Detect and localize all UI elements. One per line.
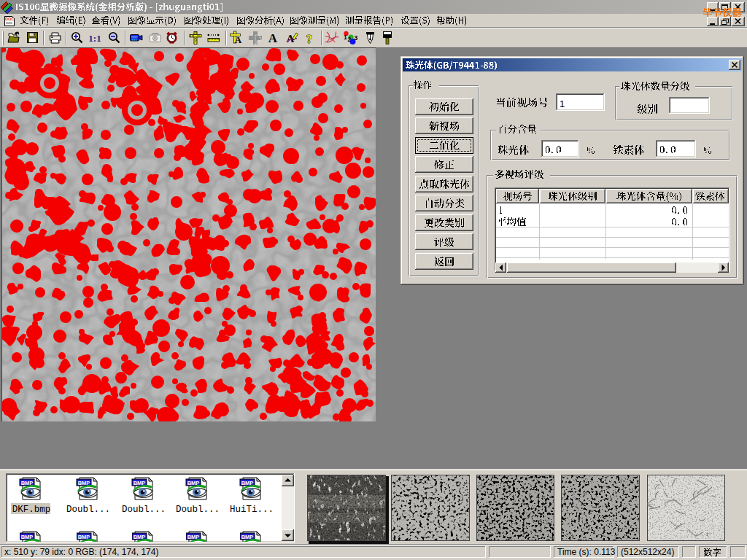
svg-text:(512x512x24): (512x512x24) [621, 547, 674, 557]
svg-text:Doubl...: Doubl... [176, 505, 220, 515]
svg-text:x: 510 y: 79 idx: 0 RGB: (17: x: 510 y: 79 idx: 0 RGB: (174, 174, 174) [4, 547, 158, 557]
svg-text:1: 1 [344, 34, 347, 41]
svg-text:2: 2 [348, 36, 352, 43]
svg-text:?: ? [306, 32, 313, 46]
svg-text:A: A [235, 34, 242, 45]
svg-text:Doubl...: Doubl... [66, 505, 110, 515]
svg-text:DOC: DOC [5, 17, 14, 21]
svg-text:1: 1 [560, 98, 565, 109]
svg-text:1:1: 1:1 [88, 33, 101, 44]
svg-text:A: A [268, 31, 278, 45]
svg-text:Time (s): 0.113: Time (s): 0.113 [557, 547, 616, 557]
svg-text:3: 3 [355, 34, 358, 42]
svg-text:Doubl...: Doubl... [122, 505, 166, 515]
svg-text:DKF.bmp: DKF.bmp [12, 505, 51, 515]
svg-text:HuiTi...: HuiTi... [230, 505, 274, 515]
